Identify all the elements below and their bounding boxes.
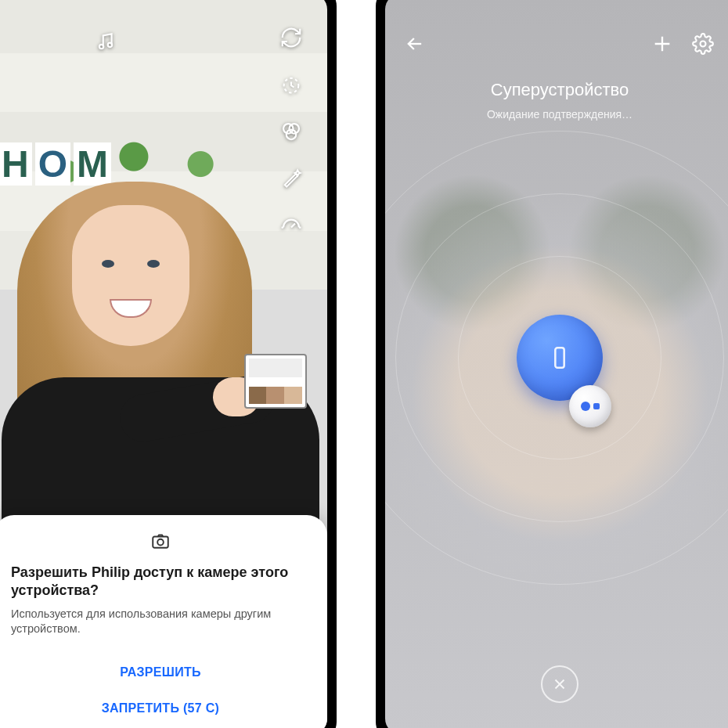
permission-title: Разрешить Philip доступ к камере этого у…	[11, 564, 310, 600]
makeup-palette-prop	[244, 354, 307, 409]
svg-point-4	[290, 124, 300, 134]
svg-rect-9	[555, 348, 564, 368]
speed-icon[interactable]	[279, 213, 304, 238]
camera-viewfinder: HOM	[0, 0, 327, 728]
svg-rect-6	[153, 537, 168, 548]
swap-camera-icon[interactable]	[279, 25, 304, 50]
svg-point-0	[99, 45, 103, 49]
status-text: Ожидание подтверждения…	[385, 108, 728, 121]
music-icon[interactable]	[96, 31, 116, 55]
gear-icon[interactable]	[692, 33, 715, 56]
page-title: Суперустройство	[385, 80, 728, 100]
permission-description: Используется для использования камеры др…	[11, 607, 310, 637]
camera-icon	[11, 531, 310, 554]
top-bar	[385, 33, 728, 56]
filters-icon[interactable]	[279, 119, 304, 144]
back-icon[interactable]	[404, 33, 427, 56]
magic-wand-icon[interactable]	[279, 166, 304, 191]
phone-left-screen: HOM	[0, 0, 327, 728]
add-icon[interactable]	[651, 33, 675, 56]
svg-point-7	[157, 539, 164, 546]
allow-button[interactable]: РАЗРЕШИТЬ	[11, 654, 310, 690]
close-icon[interactable]	[541, 665, 578, 703]
super-device-screen: Суперустройство Ожидание подтверждения…	[385, 0, 728, 728]
deny-button[interactable]: ЗАПРЕТИТЬ (57 С)	[11, 690, 310, 726]
svg-point-5	[287, 130, 297, 140]
phone-left-frame: HOM	[0, 0, 337, 728]
paired-device-node[interactable]	[569, 385, 611, 427]
camera-permission-sheet: Разрешить Philip доступ к камере этого у…	[0, 515, 327, 728]
phone-right-frame: Суперустройство Ожидание подтверждения…	[376, 0, 728, 728]
svg-point-1	[108, 43, 112, 47]
svg-point-8	[701, 41, 706, 47]
camera-toolbar	[279, 25, 304, 238]
phone-right-screen: Суперустройство Ожидание подтверждения…	[385, 0, 728, 728]
timer-icon[interactable]	[279, 72, 304, 97]
